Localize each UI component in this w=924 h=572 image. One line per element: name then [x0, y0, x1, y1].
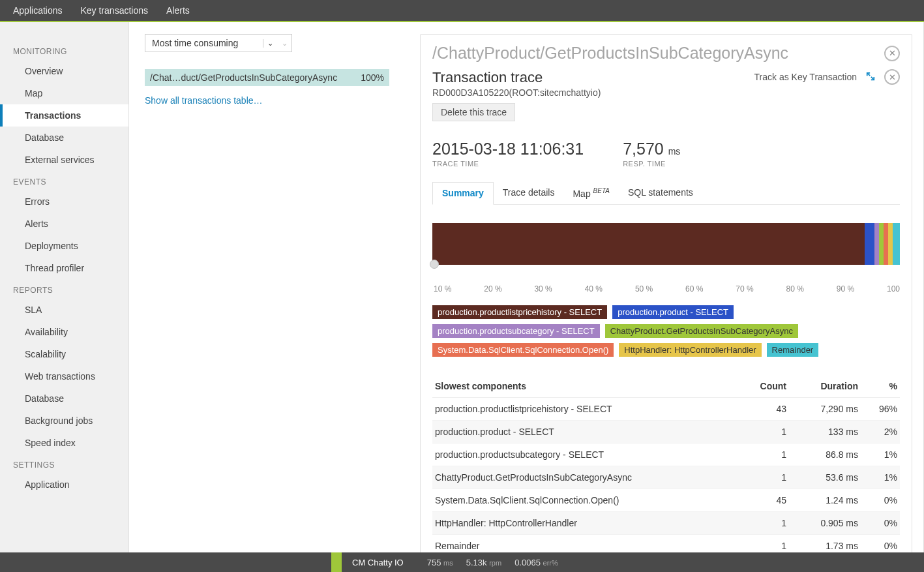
sidebar-item-sla[interactable]: SLA [0, 299, 128, 321]
axis-tick: 90 % [837, 284, 854, 294]
legend-chip[interactable]: System.Data.SqlClient.SqlConnection.Open… [432, 343, 614, 357]
sidebar-item-overview[interactable]: Overview [0, 60, 128, 82]
show-all-link[interactable]: Show all transactions table… [145, 95, 263, 106]
sidebar-item-speed-index[interactable]: Speed index [0, 432, 128, 454]
cell-pct: 1% [858, 449, 897, 460]
trace-root: RD000D3A105220(ROOT:sitecmchattyio) [432, 87, 601, 98]
transaction-name: /Chat…duct/GetProductsInSubCategoryAsync [150, 72, 337, 83]
cell-name: production.product - SELECT [435, 427, 741, 437]
expand-icon[interactable] [866, 72, 875, 83]
sidebar-item-application[interactable]: Application [0, 474, 128, 496]
cell-name: System.Data.SqlClient.SqlConnection.Open… [435, 495, 741, 505]
transaction-row[interactable]: /Chat…duct/GetProductsInSubCategoryAsync… [145, 69, 389, 86]
sidebar-section-label: REPORTS [0, 279, 128, 299]
cell-count: 1 [741, 472, 786, 483]
chart-segment[interactable] [888, 223, 893, 265]
table-row[interactable]: production.product - SELECT1133 ms2% [432, 421, 900, 444]
chart-segment[interactable] [893, 223, 900, 265]
cell-duration: 1.24 ms [786, 495, 858, 505]
cell-duration: 133 ms [786, 427, 858, 437]
chevron-down-icon: ⌄ [263, 39, 277, 48]
trace-panel: /ChattyProduct/GetProductsInSubCategoryA… [420, 34, 912, 565]
legend-chip[interactable]: production.product - SELECT [612, 305, 734, 319]
cell-count: 1 [741, 449, 786, 460]
table-row[interactable]: System.Data.SqlClient.SqlConnection.Open… [432, 489, 900, 512]
sidebar-item-alerts[interactable]: Alerts [0, 213, 128, 235]
cell-duration: 86.8 ms [786, 449, 858, 460]
sidebar-item-deployments[interactable]: Deployments [0, 235, 128, 257]
footer-stat: 5.13k rpm [466, 558, 501, 567]
axis-tick: 20 % [484, 284, 501, 294]
legend-chip[interactable]: production.productlistpricehistory - SEL… [432, 305, 607, 319]
cell-duration: 7,290 ms [786, 404, 858, 414]
table-row[interactable]: production.productsubcategory - SELECT18… [432, 444, 900, 466]
chart-segment[interactable] [879, 223, 884, 265]
sidebar-item-availability[interactable]: Availability [0, 321, 128, 343]
col-pct: % [858, 381, 897, 391]
close-icon[interactable]: ✕ [884, 46, 900, 61]
table-row[interactable]: production.productlistpricehistory - SEL… [432, 398, 900, 421]
close-icon[interactable]: ✕ [884, 69, 900, 85]
legend-chip[interactable]: Remainder [767, 343, 819, 357]
nav-key-transactions[interactable]: Key transactions [81, 5, 160, 16]
table-row[interactable]: ChattyProduct.GetProductsInSubCategoryAs… [432, 466, 900, 489]
sidebar-item-external-services[interactable]: External services [0, 149, 128, 171]
axis-tick: 40 % [585, 284, 603, 294]
nav-applications[interactable]: Applications [13, 5, 74, 16]
sort-select-value: Most time consuming [145, 38, 263, 48]
tab-sql-statements[interactable]: SQL statements [619, 182, 702, 204]
sidebar: MONITORINGOverviewMapTransactionsDatabas… [0, 22, 129, 552]
chart-segment[interactable] [874, 223, 879, 265]
panel-subtitle: Transaction trace [432, 69, 601, 86]
cell-pct: 2% [858, 427, 897, 437]
chart-legend: production.productlistpricehistory - SEL… [432, 305, 900, 357]
sidebar-item-web-transactions[interactable]: Web transactions [0, 365, 128, 387]
transaction-pct: 100% [361, 72, 384, 83]
axis-tick: 50 % [635, 284, 653, 294]
tab-trace-details[interactable]: Trace details [494, 182, 564, 204]
cell-name: production.productlistpricehistory - SEL… [435, 404, 741, 414]
cell-count: 45 [741, 495, 786, 505]
sidebar-item-transactions[interactable]: Transactions [0, 104, 128, 127]
legend-chip[interactable]: production.productsubcategory - SELECT [432, 324, 600, 338]
chart-segment[interactable] [884, 223, 888, 265]
delete-trace-button[interactable]: Delete this trace [432, 103, 515, 121]
tab-map[interactable]: Map BETA [563, 182, 619, 204]
chart-segment[interactable] [865, 223, 874, 265]
top-nav: Applications Key transactions Alerts [0, 0, 924, 22]
col-duration: Duration [786, 381, 858, 391]
legend-chip[interactable]: HttpHandler: HttpControllerHandler [619, 343, 761, 357]
sidebar-item-database[interactable]: Database [0, 387, 128, 410]
axis-tick: 80 % [786, 284, 804, 294]
tab-summary[interactable]: Summary [432, 182, 494, 205]
track-key-transaction-link[interactable]: Track as Key Transaction [754, 72, 857, 82]
cell-duration: 1.73 ms [786, 541, 858, 551]
sidebar-section-label: EVENTS [0, 171, 128, 190]
cell-name: ChattyProduct.GetProductsInSubCategoryAs… [435, 472, 741, 483]
col-name: Slowest components [435, 381, 741, 391]
cell-name: production.productsubcategory - SELECT [435, 449, 741, 460]
sort-select[interactable]: Most time consuming ⌄ ⌄ [145, 34, 292, 52]
accent-bar [331, 552, 342, 572]
axis-tick: 100 [887, 284, 900, 294]
chart-segment[interactable] [432, 223, 865, 265]
axis-tick: 10 % [434, 284, 451, 294]
status-bar: CM Chatty IO 755 ms 5.13k rpm 0.0065 err… [0, 552, 924, 572]
table-row[interactable]: HttpHandler: HttpControllerHandler10.905… [432, 512, 900, 535]
legend-chip[interactable]: ChattyProduct.GetProductsInSubCategoryAs… [605, 324, 798, 338]
axis-tick: 70 % [736, 284, 753, 294]
sidebar-item-map[interactable]: Map [0, 82, 128, 104]
sidebar-item-thread-profiler[interactable]: Thread profiler [0, 257, 128, 279]
footer-app-name: CM Chatty IO [342, 558, 414, 567]
sidebar-item-scalability[interactable]: Scalability [0, 343, 128, 365]
sidebar-section-label: SETTINGS [0, 454, 128, 474]
trace-time-metric: 2015-03-18 11:06:31 TRACE TIME [432, 140, 584, 168]
sidebar-item-background-jobs[interactable]: Background jobs [0, 410, 128, 432]
cell-pct: 0% [858, 495, 897, 505]
nav-alerts[interactable]: Alerts [166, 5, 201, 16]
slider-handle-icon[interactable] [430, 260, 439, 269]
col-count: Count [741, 381, 786, 391]
cell-name: Remainder [435, 541, 741, 551]
sidebar-item-database[interactable]: Database [0, 127, 128, 149]
sidebar-item-errors[interactable]: Errors [0, 190, 128, 213]
